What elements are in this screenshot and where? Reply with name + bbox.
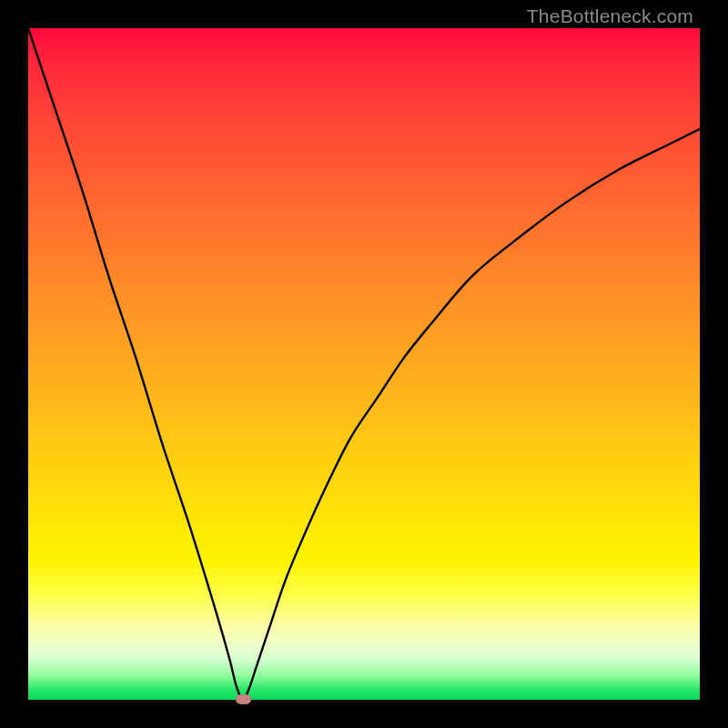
watermark-text: TheBottleneck.com [527, 5, 693, 27]
bottleneck-curve [28, 28, 700, 700]
chart-frame: TheBottleneck.com [0, 0, 728, 728]
minimum-marker [236, 694, 251, 704]
plot-area [28, 28, 700, 700]
